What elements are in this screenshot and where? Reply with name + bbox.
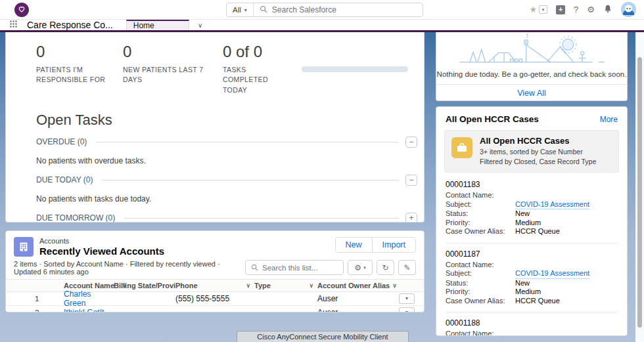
field-label: Contact Name:: [446, 330, 515, 336]
favorite-star-icon[interactable]: ★: [529, 5, 537, 14]
global-search: All ▾: [226, 3, 423, 17]
list-action-buttons: New Import: [335, 237, 416, 253]
subject-link[interactable]: COVID-19 Assessment: [515, 269, 589, 279]
column-label: Type: [254, 282, 271, 289]
refresh-button[interactable]: ↻: [377, 260, 394, 275]
case-number-link[interactable]: 00001183: [446, 180, 618, 189]
waffle-icon: [9, 19, 18, 31]
cases-list: 00001183 Contact Name: Subject:COVID-19 …: [436, 173, 627, 336]
metric-label: PATIENTS I'M RESPONSIBLE FOR: [36, 65, 123, 86]
account-name-link[interactable]: IthinkI GotIt: [64, 308, 104, 312]
open-tasks-section-due-today: DUE TODAY (0) − No patients with tasks d…: [6, 175, 424, 203]
list-view-name: All Open HCCR Cases: [480, 136, 596, 147]
refresh-icon: ↻: [382, 263, 388, 272]
chevron-down-icon: ∨: [198, 22, 202, 29]
new-button[interactable]: New: [336, 238, 372, 252]
global-search-input[interactable]: [272, 5, 417, 14]
section-divider: [96, 142, 399, 142]
edit-button[interactable]: ✎: [398, 260, 416, 275]
search-icon: [251, 262, 258, 274]
global-actions-button[interactable]: +: [556, 5, 565, 14]
hccr-cases-card: All Open HCCR Cases More All Open HCCR C…: [436, 106, 628, 336]
phone-cell: (555) 555-5555: [175, 294, 254, 303]
column-label: Phone: [175, 282, 198, 289]
case-item: 00001188 Contact Name: Subject:COVID-19 …: [446, 312, 618, 336]
background-window-titlebar[interactable]: Cisco AnyConnect Secure Mobility Client: [237, 331, 409, 342]
favorites-list-button[interactable]: ▾: [539, 5, 547, 14]
app-name[interactable]: Care Response Co...: [27, 20, 113, 30]
search-icon: [260, 4, 267, 16]
search-scope-label: All: [233, 6, 241, 14]
metrics-row: 0 PATIENTS I'M RESPONSIBLE FOR 0 NEW PAT…: [6, 32, 424, 96]
home-page-content: 0 PATIENTS I'M RESPONSIBLE FOR 0 NEW PAT…: [0, 32, 644, 342]
metric-new-patients: 0 NEW PATIENTS LAST 7 DAYS: [123, 43, 223, 96]
collapse-section-button[interactable]: −: [405, 175, 417, 186]
column-header-owner-alias[interactable]: Account Owner Alias ∨: [317, 282, 383, 289]
search-scope-dropdown[interactable]: All ▾: [227, 3, 254, 16]
column-label: Billing State/Provin...: [114, 282, 175, 289]
global-header: All ▾ ★ ▾ + ? ⚙: [0, 0, 644, 20]
patient-metrics-card: 0 PATIENTS I'M RESPONSIBLE FOR 0 NEW PAT…: [5, 32, 425, 223]
collapse-section-button[interactable]: −: [405, 137, 417, 148]
more-link[interactable]: More: [600, 115, 618, 124]
header-actions: ★ ▾ + ? ⚙: [529, 2, 636, 17]
case-number-link[interactable]: 00001187: [446, 249, 618, 259]
accounts-object-icon: [14, 237, 34, 257]
section-header: DUE TOMORROW (0) +: [36, 213, 417, 223]
metric-value: 0: [36, 43, 123, 61]
column-header-account-name[interactable]: Account Name ↑ ∨: [64, 282, 114, 289]
bell-icon: [603, 4, 612, 15]
window-title: Cisco AnyConnect Secure Mobility Client: [257, 333, 388, 341]
column-label: Account Name: [64, 282, 114, 289]
chevron-down-icon[interactable]: ∨: [306, 282, 317, 289]
caret-down-icon: ▾: [363, 265, 366, 270]
list-meta-text: 2 items · Sorted by Account Name · Filte…: [14, 260, 245, 276]
notifications-button[interactable]: [603, 4, 612, 16]
card-header: All Open HCCR Cases More: [436, 107, 627, 130]
chevron-down-icon[interactable]: ∨: [390, 282, 401, 289]
accounts-table: Account Name ↑ ∨ Billing State/Provin...…: [6, 279, 424, 312]
setup-button[interactable]: ⚙: [587, 5, 595, 14]
caret-down-icon: ▼: [405, 310, 409, 312]
column-label: Account Owner Alias: [317, 282, 390, 289]
table-row[interactable]: 1 Charles Green (555) 555-5555 Auser ▼: [6, 292, 424, 306]
open-tasks-title: Open Tasks: [36, 112, 424, 129]
field-label: Contact Name:: [446, 261, 515, 270]
column-header-billing-state[interactable]: Billing State/Provin... ∨: [114, 282, 175, 289]
list-search-input[interactable]: [262, 264, 338, 272]
section-label: DUE TOMORROW (0): [36, 213, 115, 223]
tab-menu-button[interactable]: ∨: [189, 20, 212, 30]
import-button[interactable]: Import: [372, 238, 415, 252]
case-item: 00001183 Contact Name: Subject:COVID-19 …: [446, 174, 618, 244]
case-number-link[interactable]: 00001188: [446, 318, 618, 328]
column-header-type[interactable]: Type ∨: [254, 282, 317, 289]
empty-state-illustration: [436, 33, 627, 68]
pencil-icon: ✎: [403, 263, 410, 272]
page-scrollbar: [635, 32, 644, 342]
section-label: OVERDUE (0): [36, 137, 87, 146]
caret-down-icon: ▾: [244, 7, 247, 13]
view-all-link[interactable]: View All: [436, 85, 627, 101]
owner-alias-value: HCCR Queue: [515, 227, 560, 236]
list-view-title[interactable]: Recently Viewed Accounts: [39, 246, 164, 258]
subject-link[interactable]: COVID-19 Assessment: [515, 200, 589, 210]
field-label: Status:: [446, 209, 515, 219]
app-launcher-button[interactable]: [9, 20, 18, 30]
column-header-phone[interactable]: Phone ∨: [175, 282, 254, 289]
case-item: 00001187 Contact Name: Subject:COVID-19 …: [446, 244, 618, 313]
list-view-summary[interactable]: All Open HCCR Cases 3+ items, sorted by …: [444, 130, 619, 173]
org-logo: [14, 3, 29, 17]
row-actions-button[interactable]: ▼: [399, 293, 415, 304]
expand-section-button[interactable]: +: [405, 213, 417, 223]
app-tab-bar: Care Response Co... Home ∨: [0, 20, 644, 32]
list-settings-button[interactable]: ⚙ ▾: [348, 260, 373, 275]
scrollbar-thumb[interactable]: [637, 57, 642, 328]
tab-home[interactable]: Home: [126, 20, 189, 30]
user-avatar[interactable]: [621, 2, 636, 17]
section-divider: [124, 218, 399, 219]
chevron-down-icon[interactable]: ∨: [243, 282, 254, 289]
account-name-link[interactable]: Charles Green: [64, 289, 91, 308]
row-actions-button[interactable]: ▼: [399, 307, 415, 312]
help-button[interactable]: ?: [574, 5, 578, 14]
gear-icon: ⚙: [587, 5, 595, 14]
